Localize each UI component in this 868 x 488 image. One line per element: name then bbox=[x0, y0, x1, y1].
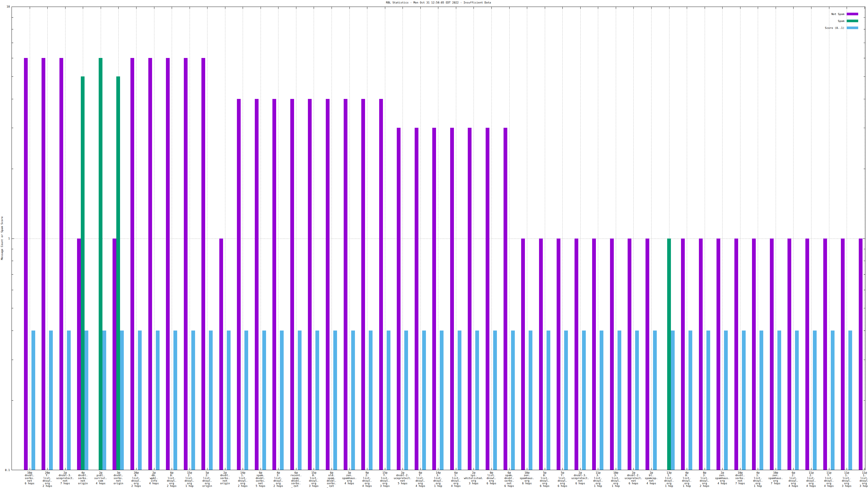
legend-row-not-spam: Not Spam bbox=[750, 13, 863, 15]
rbl-statistics-chart: RBL Statistics - Mon Oct 31 12:58:05 EDT… bbox=[0, 0, 868, 488]
plot-border bbox=[11, 7, 865, 470]
x-tick-label: 11@1.list.dnswl.org3 hops bbox=[836, 471, 868, 487]
legend-swatch-spam bbox=[847, 20, 858, 22]
chart-title: RBL Statistics - Mon Oct 31 12:58:05 EDT… bbox=[11, 1, 865, 4]
y-tick-label-1: 1 bbox=[0, 237, 10, 240]
x-tick-label-line: 2 hops bbox=[676, 485, 734, 487]
x-tick-label-line: 4 hops bbox=[427, 485, 485, 487]
x-tick-label-line: 2 hops bbox=[19, 485, 76, 487]
x-tick-label-line: 3 hops bbox=[836, 485, 868, 487]
legend-label-score: Score (0..1) bbox=[825, 27, 844, 29]
legend-swatch-not-spam bbox=[847, 13, 858, 15]
y-tick-label-10: 10 bbox=[0, 5, 10, 8]
legend-label-not-spam: Not Spam bbox=[831, 13, 844, 15]
y-tick-label-0-1: 0.1 bbox=[0, 469, 10, 471]
legend-row-score: Score (0..1) bbox=[750, 27, 863, 29]
x-tick-label-line: 1 hop bbox=[587, 485, 645, 487]
legend-swatch-score bbox=[847, 27, 858, 29]
legend-label-spam: Spam bbox=[838, 20, 844, 22]
legend-row-spam: Spam bbox=[750, 20, 863, 23]
